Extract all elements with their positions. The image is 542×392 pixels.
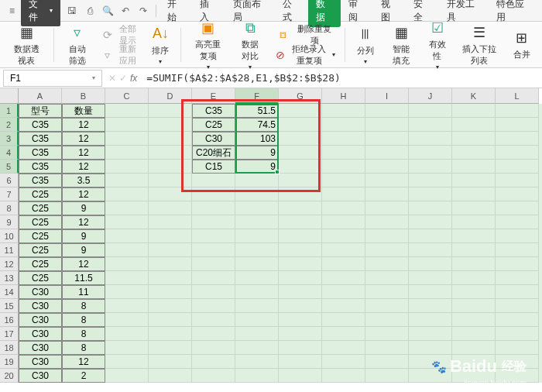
cell[interactable] [409,313,452,327]
cell[interactable]: 数量 [62,104,105,118]
cell[interactable] [192,257,235,271]
cell[interactable]: C25 [19,187,62,201]
cell[interactable] [496,215,539,229]
cell[interactable] [322,313,365,327]
cell[interactable] [452,201,496,215]
cell[interactable]: 12 [62,118,105,132]
cell[interactable] [452,341,496,355]
formula-input[interactable]: =SUMIF($A$2:$A$28,E1,$B$2:$B$28) [143,72,542,84]
row-header[interactable]: 8 [0,201,19,215]
cell[interactable] [235,271,279,285]
cell[interactable] [496,201,539,215]
spreadsheet[interactable]: 1234567891011121314151617181920 ABCDEFGH… [0,88,542,392]
cell[interactable] [409,201,452,215]
cell[interactable] [192,299,235,313]
row-header[interactable]: 1 [0,104,19,118]
cell[interactable] [322,187,365,201]
cell[interactable]: 12 [62,187,105,201]
cell[interactable] [452,104,496,118]
cell[interactable] [149,299,192,313]
cell[interactable]: 8 [62,299,105,313]
cell[interactable] [452,243,496,257]
cell[interactable]: 9 [62,243,105,257]
row-header[interactable]: 19 [0,355,19,369]
cell[interactable] [452,271,496,285]
cell[interactable] [365,229,409,243]
cell[interactable] [409,243,452,257]
cell[interactable] [365,187,409,201]
row-header[interactable]: 6 [0,174,19,187]
cell[interactable] [365,271,409,285]
cell[interactable] [279,271,322,285]
cell[interactable]: 8 [62,313,105,327]
cell[interactable]: 3.5 [62,174,105,187]
cell[interactable] [496,104,539,118]
cell[interactable] [105,257,149,271]
cell[interactable] [105,299,149,313]
cell[interactable] [322,327,365,341]
cell[interactable] [409,104,452,118]
col-header[interactable]: K [452,88,496,104]
cell[interactable] [365,341,409,355]
cell[interactable] [192,243,235,257]
cell[interactable] [149,160,192,174]
col-header[interactable]: B [62,88,105,104]
cell[interactable]: C35 [19,146,62,160]
preview-icon[interactable]: 🔍 [100,2,116,19]
cell[interactable] [149,257,192,271]
cell[interactable] [192,187,235,201]
cell[interactable]: C30 [19,299,62,313]
cell[interactable] [192,201,235,215]
cell[interactable] [496,118,539,132]
cell[interactable] [279,187,322,201]
cell[interactable]: C30 [19,369,62,383]
cell[interactable] [409,118,452,132]
cell[interactable] [279,257,322,271]
cell[interactable] [279,174,322,187]
cell[interactable] [105,160,149,174]
col-header[interactable]: L [496,88,539,104]
cell[interactable] [322,285,365,299]
cell[interactable] [365,313,409,327]
cell[interactable] [409,215,452,229]
row-header[interactable]: 9 [0,215,19,229]
cell[interactable]: C25 [19,271,62,285]
cell[interactable] [235,369,279,383]
cell[interactable] [322,132,365,146]
cell[interactable] [279,132,322,146]
cell[interactable]: C25 [19,257,62,271]
cell[interactable] [322,243,365,257]
cell[interactable] [409,327,452,341]
cell[interactable]: 9 [62,201,105,215]
cell[interactable] [192,313,235,327]
cell[interactable] [452,160,496,174]
cell[interactable] [365,369,409,383]
col-header[interactable]: E [192,88,235,104]
data-compare-button[interactable]: ⧉ 数据对比▾ [232,17,269,72]
cell[interactable] [409,229,452,243]
cell[interactable] [452,132,496,146]
app-menu-icon[interactable]: ≡ [4,2,20,19]
cell[interactable] [235,313,279,327]
enter-icon[interactable]: ✓ [119,73,127,84]
cell[interactable] [105,201,149,215]
row-header[interactable]: 11 [0,243,19,257]
remove-dup-button[interactable]: ⧈ 删除重复项 [271,26,341,44]
autofilter-button[interactable]: ▿ 自动筛选 [59,22,97,68]
cell[interactable] [279,243,322,257]
cell[interactable] [365,257,409,271]
cell[interactable] [105,313,149,327]
row-header[interactable]: 16 [0,313,19,327]
cell[interactable] [105,355,149,369]
cell[interactable] [322,257,365,271]
cell[interactable] [279,229,322,243]
row-header[interactable]: 18 [0,341,19,355]
cell[interactable] [496,160,539,174]
cell[interactable] [149,215,192,229]
cell[interactable] [322,201,365,215]
cell[interactable] [105,341,149,355]
cell[interactable]: C30 [19,341,62,355]
cell[interactable] [452,257,496,271]
cell[interactable] [365,215,409,229]
cell[interactable] [149,229,192,243]
